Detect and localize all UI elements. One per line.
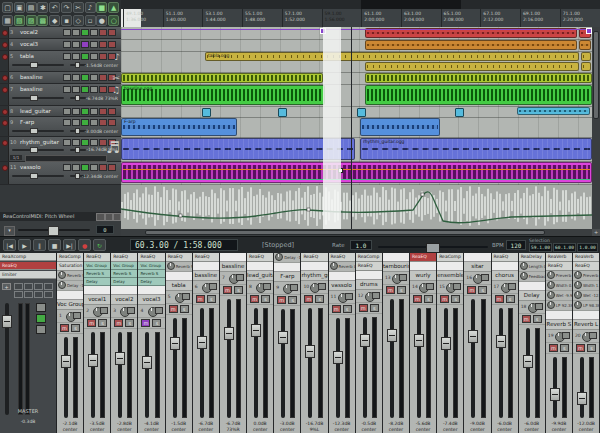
- solo-button[interactable]: s: [207, 295, 216, 303]
- volume-fader-thumb[interactable]: [577, 392, 587, 405]
- send-knob-icon[interactable]: [547, 291, 555, 299]
- volume-fader-thumb[interactable]: [305, 345, 315, 358]
- strip-track-name[interactable]: sitar: [464, 262, 490, 272]
- midi-editor-icon[interactable]: ◇: [73, 15, 84, 26]
- monitor-button[interactable]: [81, 53, 89, 60]
- env-button[interactable]: [90, 139, 98, 146]
- env-button[interactable]: [90, 108, 98, 115]
- fx-button[interactable]: [72, 29, 80, 36]
- redo-icon[interactable]: ↷: [61, 2, 72, 13]
- track-name[interactable]: vocal3: [20, 41, 38, 47]
- clip[interactable]: [579, 40, 591, 50]
- master-fx-slot[interactable]: ReaXcomp: [0, 253, 56, 261]
- bpm-value[interactable]: 120: [506, 240, 526, 250]
- track-row-bassline[interactable]: 7bassline-6.74dB 73%R♫: [0, 84, 121, 106]
- fx-panel-float-button[interactable]: [105, 213, 113, 221]
- mute-button[interactable]: [99, 74, 107, 81]
- send-knob-icon[interactable]: [275, 253, 283, 261]
- record-arm-button[interactable]: [2, 140, 8, 146]
- transport-time-display[interactable]: 60.3.00 / 1:58.000: [130, 239, 238, 251]
- io-button[interactable]: [263, 283, 271, 290]
- selection-start[interactable]: 59.1.00: [529, 243, 552, 252]
- receive-row[interactable]: Reverb S: [84, 270, 110, 278]
- fx-slot[interactable]: ReaEQ: [329, 253, 355, 262]
- monitor-button[interactable]: [81, 119, 89, 126]
- mute-button[interactable]: m: [413, 295, 422, 303]
- fx-panel-close-icon[interactable]: [113, 213, 121, 221]
- solo-button[interactable]: s: [71, 324, 80, 332]
- volume-fader-thumb[interactable]: [142, 356, 152, 369]
- track-row-tabla[interactable]: 5tabla-1.54dB center♪: [0, 51, 121, 72]
- volume-slider-thumb[interactable]: [30, 62, 38, 68]
- fx-slot[interactable]: ReaEQ: [193, 253, 219, 262]
- solo-button[interactable]: s: [261, 295, 270, 303]
- send-knob-row[interactable]: Width 0.44: [546, 281, 572, 291]
- volume-fader-thumb[interactable]: [496, 335, 506, 348]
- receive-row[interactable]: Delay: [138, 278, 164, 286]
- master-mini-button[interactable]: [36, 325, 46, 334]
- selection-length[interactable]: 1.0.00: [577, 243, 598, 252]
- send-knob-row[interactable]: Feedback -6dB: [519, 272, 545, 282]
- io-button[interactable]: [209, 283, 217, 290]
- fx-button[interactable]: [72, 119, 80, 126]
- io-button[interactable]: [399, 274, 407, 281]
- mute-button[interactable]: m: [114, 319, 123, 327]
- pan-slider-thumb[interactable]: [75, 62, 80, 68]
- solo-button[interactable]: s: [315, 295, 324, 303]
- solo-button[interactable]: s: [478, 286, 487, 294]
- monitor-button[interactable]: [81, 164, 89, 171]
- receive-row[interactable]: Delay: [84, 278, 110, 286]
- track-name[interactable]: tabla: [20, 53, 34, 59]
- solo-button[interactable]: s: [234, 286, 243, 294]
- volume-fader[interactable]: [173, 318, 177, 418]
- mute-button[interactable]: [99, 41, 107, 48]
- clip[interactable]: [581, 52, 591, 61]
- track-name[interactable]: vocal2: [20, 29, 38, 35]
- io-button[interactable]: [63, 53, 71, 60]
- fx-button[interactable]: [72, 74, 80, 81]
- clip[interactable]: [365, 40, 577, 50]
- mute-button[interactable]: m: [440, 295, 449, 303]
- master-fader-thumb[interactable]: [2, 315, 12, 328]
- mute-button[interactable]: [99, 164, 107, 171]
- solo-button[interactable]: [108, 164, 116, 171]
- clip-rhythm_guitar.ogg[interactable]: rhythm_guitar.ogg: [360, 138, 592, 160]
- record-arm-button[interactable]: [2, 120, 8, 126]
- send-knob-icon[interactable]: [58, 271, 66, 279]
- io-button[interactable]: [63, 86, 71, 93]
- midi-pool-box[interactable]: 1/1: [10, 155, 22, 160]
- mute-button[interactable]: m: [250, 295, 259, 303]
- volume-slider-thumb[interactable]: [30, 95, 38, 101]
- io-button[interactable]: [155, 307, 163, 314]
- mute-button[interactable]: [99, 29, 107, 36]
- volume-fader[interactable]: [580, 357, 584, 418]
- volume-slider[interactable]: [12, 64, 64, 66]
- volume-fader[interactable]: [417, 308, 421, 418]
- master-mini-button[interactable]: [36, 303, 46, 312]
- send-knob-icon[interactable]: [330, 262, 338, 270]
- send-knob-icon[interactable]: [58, 281, 66, 289]
- volume-fader[interactable]: [471, 299, 475, 418]
- master-hw-cell[interactable]: [14, 291, 23, 298]
- undo-icon[interactable]: ↶: [49, 2, 60, 13]
- fx-slot[interactable]: ReaEQ: [356, 262, 382, 271]
- io-button[interactable]: [63, 108, 71, 115]
- master-hw-cell[interactable]: [14, 283, 23, 290]
- io-button[interactable]: [453, 283, 461, 290]
- io-button[interactable]: [589, 332, 597, 339]
- group-icon[interactable]: ◆: [49, 15, 60, 26]
- vertical-scrollbar-thumb[interactable]: [593, 31, 599, 119]
- rate-value[interactable]: 1.0: [350, 240, 372, 250]
- zoom-buttons[interactable]: +: [592, 229, 600, 236]
- mute-button[interactable]: m: [277, 296, 286, 304]
- mute-button[interactable]: [99, 86, 107, 93]
- volume-fader[interactable]: [308, 308, 312, 418]
- send-knob-row[interactable]: Preverb 40ms: [573, 271, 599, 281]
- volume-fader-thumb[interactable]: [278, 331, 288, 344]
- fx-slot[interactable]: ReaEQ: [410, 253, 436, 262]
- master-hw-cell[interactable]: [24, 291, 33, 298]
- mute-button[interactable]: m: [495, 295, 504, 303]
- mute-button[interactable]: m: [60, 324, 69, 332]
- env-button[interactable]: [90, 29, 98, 36]
- solo-button[interactable]: [108, 29, 116, 36]
